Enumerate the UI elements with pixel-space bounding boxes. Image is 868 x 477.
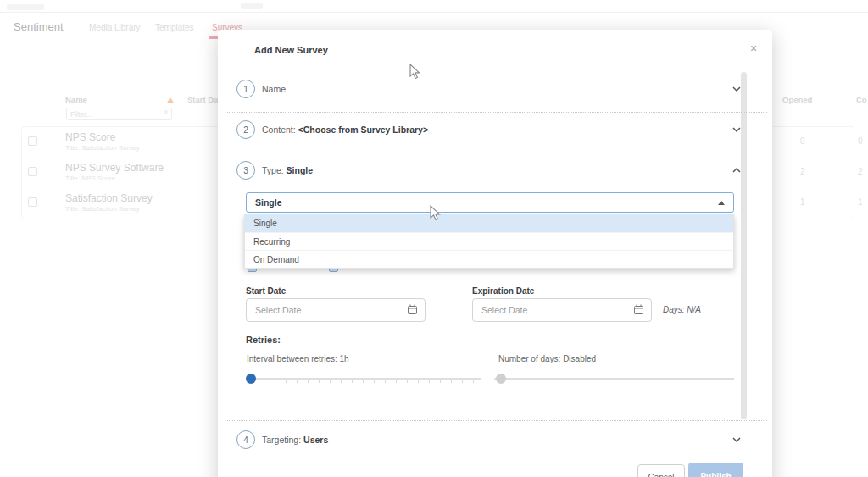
ghost-element [7, 4, 44, 10]
screen: Sentiment Media Library Templates Survey… [0, 0, 868, 477]
tab-templates[interactable]: Templates [155, 23, 194, 32]
slider-thumb[interactable] [246, 374, 256, 384]
page-title: Sentiment [14, 20, 64, 33]
row-checkbox[interactable] [28, 197, 37, 207]
step-label-text: Type: [262, 165, 284, 175]
table-row-subtitle: Title: Satisfaction Survey [65, 144, 140, 152]
column-header-name[interactable]: Name [65, 95, 87, 104]
column-header-start-date[interactable]: Start Dat [187, 95, 221, 104]
column-header-opened[interactable]: Opened [782, 95, 812, 104]
chevron-down-icon[interactable] [732, 126, 742, 133]
step-value: Single [287, 165, 314, 175]
days-slider[interactable] [494, 373, 734, 385]
chevron-down-icon[interactable] [732, 86, 742, 92]
mouse-cursor [430, 205, 442, 221]
step-label: Type: Single [262, 165, 313, 175]
sort-ascending-icon [167, 97, 174, 103]
top-divider [0, 12, 868, 13]
chevron-down-icon[interactable] [732, 436, 742, 443]
step-label: Name [262, 84, 286, 94]
slider-ticks [253, 380, 480, 383]
table-row-subtitle: Title: NPS Score [65, 175, 115, 182]
step-label-text: Content: [262, 125, 296, 135]
step-number-badge: 3 [236, 161, 255, 180]
start-date-field-wrap [246, 298, 426, 322]
retries-heading: Retries: [246, 335, 281, 345]
table-row-name[interactable]: Satisfaction Survey [65, 192, 153, 204]
days-note: Days: N/A [663, 305, 701, 314]
type-dropdown-list: Single Recurring On Demand [244, 214, 734, 269]
type-select[interactable]: Single [246, 192, 734, 213]
publish-button[interactable]: Publish [688, 463, 743, 477]
step-value: <Choose from Survey Library> [298, 125, 428, 135]
step-number-badge: 2 [236, 120, 255, 139]
option-recurring[interactable]: Recurring [245, 232, 733, 250]
step-value: Users [303, 435, 328, 445]
dotted-divider [227, 112, 767, 113]
mouse-cursor [409, 64, 421, 80]
step-number-badge: 1 [236, 80, 255, 98]
chevron-up-icon[interactable] [732, 167, 742, 174]
tab-media-library[interactable]: Media Library [89, 23, 141, 32]
step-name-header[interactable]: 1 Name [236, 78, 742, 100]
step-content-header[interactable]: 2 Content: <Choose from Survey Library> [236, 119, 742, 141]
slider-thumb[interactable] [496, 374, 506, 384]
expiration-date-field-wrap [472, 298, 652, 322]
calendar-icon[interactable] [633, 304, 644, 315]
expiration-date-input[interactable] [472, 298, 652, 322]
type-select-value: Single [255, 197, 718, 208]
step-label: Targeting: Users [262, 435, 328, 445]
dotted-divider [227, 153, 767, 153]
expiration-date-label: Expiration Date [472, 286, 534, 296]
step-number-badge: 4 [236, 430, 255, 449]
modal-title: Add New Survey [254, 45, 328, 55]
start-date-label: Start Date [246, 286, 286, 296]
row-checkbox[interactable] [28, 136, 37, 146]
table-row-name[interactable]: NPS Score [65, 131, 115, 143]
interval-slider-label: Interval between retries: 1h [247, 354, 349, 363]
option-single[interactable]: Single [245, 214, 733, 232]
step-type-header[interactable]: 3 Type: Single [236, 159, 742, 181]
cancel-button[interactable]: Cancel [637, 464, 685, 477]
clear-filter-icon[interactable]: × [164, 108, 168, 116]
dotted-divider [227, 420, 767, 421]
close-icon[interactable]: × [747, 42, 760, 55]
caret-up-icon [718, 201, 725, 205]
opened-count: 1 [800, 197, 805, 207]
interval-slider[interactable] [246, 373, 481, 385]
row-checkbox[interactable] [28, 167, 37, 176]
column-header-completed[interactable]: Co [856, 95, 867, 104]
completed-count: 2 [858, 167, 863, 176]
slider-track[interactable] [494, 378, 734, 380]
option-on-demand[interactable]: On Demand [245, 250, 733, 268]
completed-count: 0 [858, 136, 863, 146]
step-targeting-header[interactable]: 4 Targeting: Users [236, 429, 742, 451]
days-slider-label: Number of days: Disabled [498, 354, 596, 363]
opened-count: 2 [800, 167, 805, 176]
table-row-subtitle: Title: Satisfaction Survey [65, 205, 140, 213]
step-label-text: Targeting: [262, 435, 301, 445]
start-date-input[interactable] [246, 298, 426, 322]
add-new-survey-modal: Add New Survey × 1 Name 2 Content: <Choo… [218, 30, 772, 477]
filter-input[interactable] [66, 108, 172, 120]
table-row-name[interactable]: NPS Survey Software [65, 162, 164, 174]
opened-count: 0 [800, 136, 805, 146]
ghost-element [241, 3, 263, 9]
scrollbar-thumb[interactable] [741, 72, 747, 419]
completed-count: 1 [858, 197, 863, 207]
step-label: Content: <Choose from Survey Library> [262, 125, 428, 135]
calendar-icon[interactable] [407, 304, 418, 315]
